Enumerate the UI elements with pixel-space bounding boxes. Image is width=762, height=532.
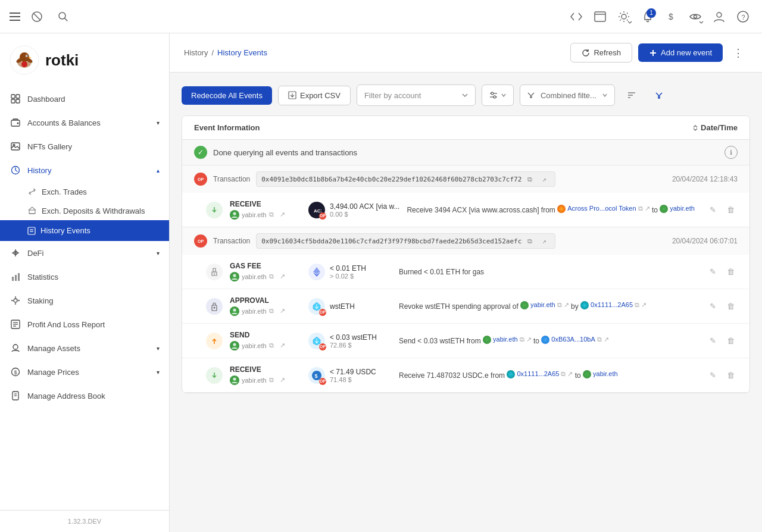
add-event-button[interactable]: Add new event (638, 43, 723, 62)
currency-icon[interactable]: $ (662, 7, 681, 26)
copy-by-addr-icon[interactable]: ⧉ (635, 300, 639, 310)
copy-hash-2-icon[interactable]: ⧉ (524, 235, 536, 247)
sidebar-item-staking[interactable]: Staking (0, 289, 169, 312)
search-icon[interactable] (54, 7, 73, 26)
copy-send-to-icon[interactable]: ⧉ (597, 334, 602, 345)
svg-point-84 (233, 343, 236, 346)
sidebar-item-pnl[interactable]: Profit And Loss Report (0, 312, 169, 336)
svg-point-73 (233, 212, 236, 215)
sidebar-item-accounts[interactable]: Accounts & Balances ▾ (0, 111, 169, 134)
delete-approval-button[interactable]: 🗑 (723, 299, 738, 314)
link-send-to-icon[interactable]: ↗ (604, 334, 609, 345)
link-approval-user-icon[interactable]: ↗ (280, 307, 288, 315)
account-icon[interactable] (710, 7, 729, 26)
tx-label-2: Transaction (213, 237, 250, 245)
combined-filter-select[interactable]: Combined filte... (520, 85, 615, 106)
prices-icon: $ (10, 366, 21, 378)
link-approval-addr-icon[interactable]: ↗ (564, 300, 569, 310)
copy-addr-icon[interactable]: ⧉ (638, 204, 643, 214)
help-icon[interactable]: ? (733, 7, 752, 26)
sidebar-item-exch-trades[interactable]: Exch. Trades (0, 182, 169, 201)
theme-icon[interactable] (614, 7, 633, 26)
link-usdc-from-icon[interactable]: ↗ (567, 369, 573, 379)
edit-gas-fee-button[interactable]: ✎ (705, 265, 720, 279)
svg-rect-4 (595, 12, 605, 21)
sidebar-item-defi[interactable]: DeFi ▾ (0, 241, 169, 265)
filter-options-button[interactable] (482, 85, 514, 106)
sidebar-item-address-book[interactable]: Manage Address Book (0, 384, 169, 408)
link-user-icon[interactable]: ↗ (280, 211, 288, 219)
export-csv-button[interactable]: Export CSV (278, 86, 351, 105)
tx-hash-2: 0x09c16034cf5bdda20e1106c7cfad2f3f97f98b… (256, 233, 555, 249)
notifications-icon[interactable]: 1 (638, 7, 657, 26)
sidebar-logo[interactable]: rotki (0, 33, 169, 87)
browser-icon[interactable] (591, 7, 610, 26)
tx-header-1: OP Transaction 0x4091e3b0dc81b8b6a7b42e4… (182, 165, 749, 193)
assets-icon (10, 342, 21, 354)
sidebar-item-accounts-label: Accounts & Balances (27, 118, 157, 127)
copy-receive-usdc-user-icon[interactable]: ⧉ (269, 376, 277, 384)
copy-approval-addr-icon[interactable]: ⧉ (557, 300, 562, 310)
link-receive-usdc-user-icon[interactable]: ↗ (280, 376, 288, 384)
tx-label-1: Transaction (213, 175, 250, 183)
receive-usdc-to-addr: yabir.eth (583, 369, 618, 379)
code-icon[interactable] (567, 7, 586, 26)
eye-icon[interactable] (686, 7, 705, 26)
avoidance-icon[interactable] (27, 7, 46, 26)
sidebar-item-nfts[interactable]: NFTs Gallery (0, 134, 169, 158)
edit-send-button[interactable]: ✎ (705, 334, 720, 348)
tx-time-1: 20/04/2024 12:18:43 (672, 175, 738, 183)
link-send-user-icon[interactable]: ↗ (280, 342, 288, 350)
delete-event-button[interactable]: 🗑 (723, 203, 738, 217)
sidebar-item-dashboard[interactable]: Dashboard (0, 87, 169, 111)
link-send-from-icon[interactable]: ↗ (526, 334, 532, 345)
copy-send-from-icon[interactable]: ⧉ (520, 334, 524, 345)
header-date-sort[interactable]: Date/Time (692, 123, 738, 132)
sidebar-item-exch-deposits[interactable]: Exch. Deposits & Withdrawals (0, 201, 169, 220)
copy-usdc-from-icon[interactable]: ⧉ (561, 369, 566, 379)
filter-account-select[interactable]: Filter by account (357, 85, 476, 106)
sliders-icon (489, 92, 498, 99)
edit-approval-button[interactable]: ✎ (705, 299, 720, 314)
svg-point-81 (214, 306, 216, 308)
copy-approval-user-icon[interactable]: ⧉ (269, 307, 277, 315)
svg-point-25 (27, 55, 28, 57)
delete-gas-fee-button[interactable]: 🗑 (723, 265, 738, 279)
staking-icon (10, 295, 21, 306)
delete-send-button[interactable]: 🗑 (723, 334, 738, 348)
status-info-icon[interactable]: ℹ (724, 146, 738, 159)
filter-active-button[interactable] (648, 85, 670, 106)
refresh-button[interactable]: Refresh (570, 43, 632, 62)
link-hash-1-icon[interactable]: ↗ (538, 173, 550, 185)
topbar-left (10, 7, 73, 26)
svg-line-14 (620, 20, 622, 21)
gas-fee-event: GAS FEE yabir.eth ⧉ ↗ (182, 255, 749, 289)
delete-receive-usdc-button[interactable]: 🗑 (723, 368, 738, 383)
edit-event-button[interactable]: ✎ (705, 203, 720, 217)
approval-from-addr: yabir.eth ⧉ ↗ (520, 300, 569, 310)
copy-gas-user-icon[interactable]: ⧉ (269, 273, 277, 281)
receive-usdc-type-name: RECEIVE (230, 365, 301, 374)
sidebar-item-history[interactable]: History ▴ (0, 158, 169, 182)
more-options-button[interactable]: ⋮ (729, 43, 748, 62)
hamburger-icon[interactable] (10, 12, 20, 21)
svg-text:$: $ (14, 370, 17, 375)
link-hash-2-icon[interactable]: ↗ (538, 235, 550, 247)
svg-rect-40 (29, 210, 35, 214)
copy-user-icon[interactable]: ⧉ (269, 211, 277, 219)
sidebar-item-statistics[interactable]: Statistics (0, 265, 169, 289)
link-gas-user-icon[interactable]: ↗ (280, 273, 288, 281)
redecode-button[interactable]: Redecode All Events (182, 86, 272, 105)
sidebar-item-assets[interactable]: Manage Assets ▾ (0, 336, 169, 360)
link-addr-icon[interactable]: ↗ (645, 204, 650, 214)
link-by-addr-icon[interactable]: ↗ (641, 300, 647, 310)
wsteth-send-amounts: < 0.03 wstETH 72.86 $ (330, 333, 377, 349)
sidebar-item-history-events[interactable]: History Events (0, 220, 169, 241)
copy-hash-1-icon[interactable]: ⧉ (524, 173, 536, 185)
edit-receive-usdc-button[interactable]: ✎ (705, 368, 720, 383)
sidebar-item-prices[interactable]: $ Manage Prices ▾ (0, 360, 169, 384)
copy-send-user-icon[interactable]: ⧉ (269, 342, 277, 350)
svg-line-13 (627, 12, 628, 14)
sort-button[interactable] (621, 85, 642, 106)
send-avatar (230, 341, 239, 351)
